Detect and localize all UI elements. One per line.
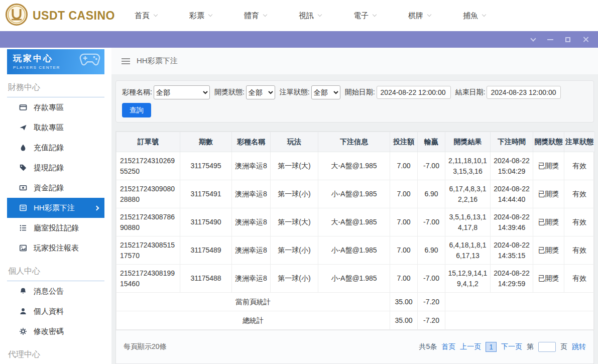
summary-label: 當前頁統計 — [116, 293, 390, 311]
end-date-input[interactable] — [487, 86, 561, 99]
sidebar-item-profile[interactable]: 個人資料 — [7, 301, 104, 321]
lottery-name-select[interactable]: 全部 — [154, 85, 210, 99]
sidebar-item-label: 充值記錄 — [34, 143, 64, 153]
sidebar-item-label: HH彩票下注 — [34, 203, 75, 213]
bets-table: 訂單號期數彩種名稱玩法下注信息投注額輸贏開獎結果下注時間開獎狀態注單狀態 215… — [116, 132, 595, 330]
nav-item-label: 彩票 — [189, 11, 204, 21]
nav-item-lottery[interactable]: 彩票 — [189, 11, 212, 21]
table-row: 215217243085151757031175489澳洲幸运8第一球(小)小-… — [116, 236, 595, 265]
sidebar-section-finance-center: 財務中心存款專區取款專區充值記錄提現記錄資金記錄HH彩票下注廳室投註記錄玩家投注… — [7, 74, 104, 258]
cell-bet_time: 2024-08-22 15:04:29 — [491, 152, 533, 180]
cell-draw_status: 已開獎 — [533, 152, 564, 180]
cell-play: 第一球(小) — [271, 236, 318, 265]
cell-bet_time: 2024-08-22 14:29:59 — [491, 265, 533, 293]
cell-draw_status: 已開獎 — [533, 208, 564, 236]
nav-item-home[interactable]: 首頁 — [135, 11, 157, 21]
sidebar-item-label: 玩家投注報表 — [34, 244, 79, 253]
app-window: USDT CASINO 首頁彩票體育視訊電子棋牌捕魚 玩家中心 PLAYERS … — [0, 0, 598, 364]
column-header: 投注額 — [390, 132, 418, 152]
cell-lottery: 澳洲幸运8 — [232, 180, 271, 208]
sidebar-item-change-password[interactable]: 修改密碼 — [7, 321, 104, 341]
sidebar-item-recharge-records[interactable]: 充值記錄 — [7, 138, 104, 158]
table-row: 215217243090802888031175491澳洲幸运8第一球(小)小-… — [116, 180, 595, 208]
column-header: 彩種名稱 — [232, 132, 271, 152]
cell-win_loss: -7.00 — [418, 152, 445, 180]
chevron-down-icon — [318, 13, 322, 17]
column-header: 開獎狀態 — [533, 132, 564, 152]
next-page-link[interactable]: 下一页 — [501, 342, 522, 351]
jump-button[interactable]: 跳转 — [572, 342, 586, 351]
window-close-icon[interactable] — [582, 36, 589, 43]
page-title: HH彩票下注 — [137, 56, 178, 66]
prev-page-link[interactable]: 上一页 — [460, 342, 481, 351]
start-date-input[interactable] — [377, 86, 451, 99]
funds-icon — [19, 184, 27, 192]
window-minimize-icon[interactable] — [547, 39, 553, 40]
cell-amount: 7.00 — [390, 152, 418, 180]
cell-period: 31175490 — [180, 208, 232, 236]
hall-records-icon — [19, 224, 27, 232]
cell-order_status: 有效 — [564, 236, 595, 265]
usdt-logo-icon — [5, 3, 28, 28]
summary-win-loss: -7.20 — [418, 311, 445, 330]
cell-bet_time: 2024-08-22 14:35:15 — [491, 236, 533, 265]
cell-order_status: 有效 — [564, 208, 595, 236]
table-row: 215217243087869088031175490澳洲幸运8第一球(大)大-… — [116, 208, 595, 236]
nav-item-sports[interactable]: 體育 — [244, 11, 267, 21]
announcement-icon — [19, 287, 27, 295]
section-title-personal-center: 個人中心 — [7, 258, 104, 281]
cell-play: 第一球(大) — [271, 152, 318, 180]
cell-period: 31175491 — [180, 180, 232, 208]
site-header: USDT CASINO 首頁彩票體育視訊電子棋牌捕魚 — [0, 0, 598, 31]
search-button[interactable]: 查詢 — [122, 103, 151, 117]
nav-item-label: 電子 — [353, 11, 369, 21]
nav-item-video[interactable]: 視訊 — [299, 11, 321, 21]
sidebar-item-label: 資金記錄 — [34, 183, 64, 193]
sidebar-item-withdrawal-records[interactable]: 提現記錄 — [7, 158, 104, 178]
cell-lottery: 澳洲幸运8 — [232, 265, 271, 293]
cell-play: 第一球(小) — [271, 180, 318, 208]
sidebar-item-withdraw-area[interactable]: 取款專區 — [7, 117, 104, 138]
report-icon — [19, 244, 27, 252]
cell-bet_info: 大-A盤@1.985 — [318, 152, 390, 180]
sidebar-item-label: 個人資料 — [34, 307, 64, 316]
cell-play: 第一球(小) — [271, 265, 318, 293]
page-jump-input[interactable] — [538, 342, 556, 352]
summary-empty — [445, 311, 595, 330]
current-page-indicator[interactable]: 1 — [486, 342, 497, 352]
sidebar-item-player-bet-report[interactable]: 玩家投注報表 — [7, 238, 104, 258]
cell-order_status: 有效 — [564, 265, 595, 293]
column-header: 輸贏 — [418, 132, 445, 152]
draw-status-select[interactable]: 全部 — [246, 85, 275, 99]
nav-item-fishing[interactable]: 捕魚 — [463, 11, 486, 21]
cell-bet_info: 小-A盤@1.985 — [318, 236, 390, 265]
chevron-down-icon — [427, 13, 431, 17]
cell-draw_status: 已開獎 — [533, 180, 564, 208]
window-collapse-icon[interactable] — [531, 39, 535, 41]
summary-amount: 35.00 — [390, 293, 418, 311]
sidebar-item-funds-records[interactable]: 資金記錄 — [7, 178, 104, 198]
menu-toggle-icon[interactable] — [122, 58, 130, 64]
sidebar-item-announcements[interactable]: 消息公告 — [7, 281, 104, 301]
cell-bet_info: 大-A盤@1.985 — [318, 208, 390, 236]
order-status-select[interactable]: 全部 — [311, 85, 340, 99]
sidebar-item-label: 廳室投註記錄 — [34, 223, 79, 233]
table-row: 215217243102695525031175495澳洲幸运8第一球(大)大-… — [116, 152, 595, 180]
nav-item-electronic[interactable]: 電子 — [353, 11, 376, 21]
nav-item-chess[interactable]: 棋牌 — [408, 11, 431, 21]
sidebar-item-deposit-area[interactable]: 存款專區 — [7, 97, 104, 117]
sidebar-item-hh-lottery-bets[interactable]: HH彩票下注 — [7, 198, 104, 218]
draw-status-label: 開獎狀態: — [214, 88, 245, 97]
sidebar-item-label: 存款專區 — [34, 103, 64, 112]
chevron-down-icon — [373, 13, 377, 17]
section-title-agent-center: 代理中心 — [7, 341, 104, 364]
column-header: 期數 — [180, 132, 232, 152]
start-date-label: 開始日期: — [345, 88, 375, 97]
pagination: 共5条 首页 上一页 1 下一页 第 页 跳转 — [419, 342, 586, 352]
cell-draw_status: 已開獎 — [533, 236, 564, 265]
sidebar-item-hall-bet-records[interactable]: 廳室投註記錄 — [7, 218, 104, 238]
first-page-link[interactable]: 首页 — [441, 342, 455, 351]
players-center-banner: 玩家中心 PLAYERS CENTER — [7, 49, 104, 74]
cell-result: 15,12,9,14,19,4,1,2 — [445, 265, 491, 293]
window-maximize-icon[interactable] — [565, 37, 570, 42]
